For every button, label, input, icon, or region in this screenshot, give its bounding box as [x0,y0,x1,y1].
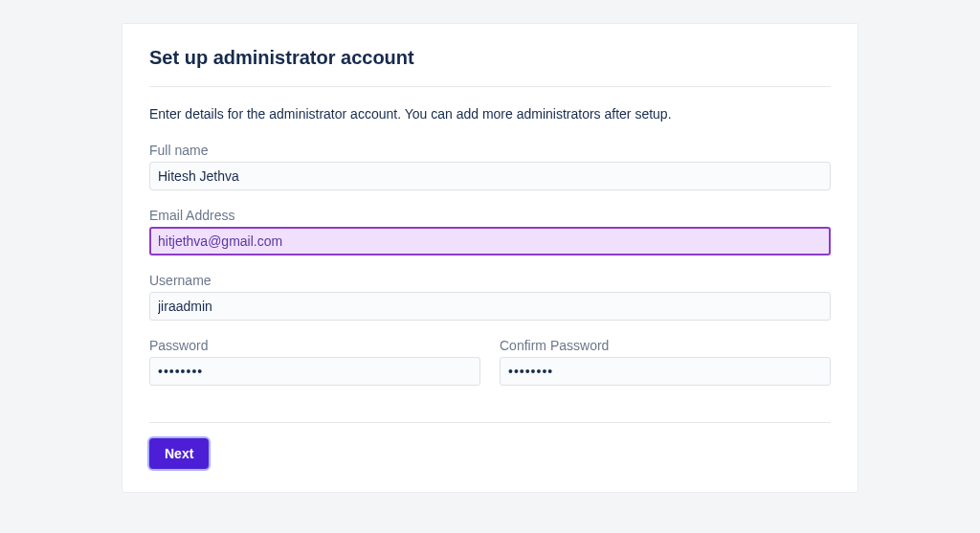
username-group: Username [149,273,831,321]
password-field[interactable] [149,357,480,386]
email-field[interactable] [149,227,831,255]
fullname-label: Full name [149,143,831,158]
page-description: Enter details for the administrator acco… [149,106,831,122]
username-label: Username [149,273,831,288]
password-group: Password [149,338,480,386]
confirm-password-field[interactable] [500,357,831,386]
email-label: Email Address [149,208,831,223]
username-field[interactable] [149,292,831,321]
confirm-password-group: Confirm Password [500,338,831,386]
fullname-field[interactable] [149,162,831,190]
setup-card: Set up administrator account Enter detai… [122,23,858,493]
password-label: Password [149,338,480,353]
divider-bottom [149,422,831,423]
divider [149,86,831,87]
password-row: Password Confirm Password [149,338,831,403]
fullname-group: Full name [149,143,831,190]
email-group: Email Address [149,208,831,255]
confirm-password-label: Confirm Password [500,338,831,353]
page-title: Set up administrator account [149,47,831,69]
next-button[interactable]: Next [149,438,209,469]
